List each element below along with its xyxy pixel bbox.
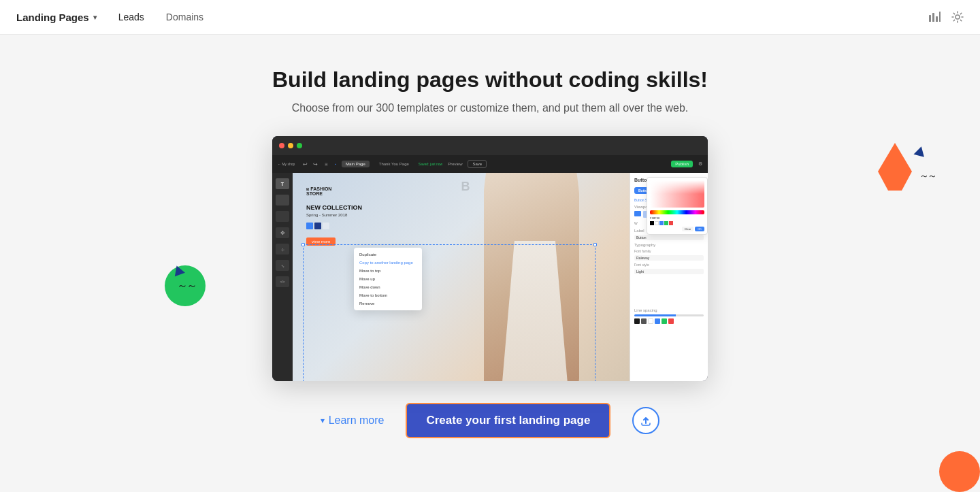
close-dot: [279, 143, 284, 148]
publish-button[interactable]: Publish: [671, 161, 693, 167]
right-panel: Button ✕ Button Settings Button Styles V…: [630, 173, 708, 381]
settings-icon-button[interactable]: [951, 11, 964, 23]
font-style-row: Font style: [634, 263, 704, 267]
learn-more-label: Learn more: [329, 414, 385, 427]
save-button[interactable]: Save: [468, 160, 487, 168]
decorative-squiggle-left: ～～: [177, 279, 196, 293]
watermark-b: B: [461, 180, 470, 194]
upload-icon-button[interactable]: [632, 407, 659, 434]
swatch-accent1: [659, 221, 664, 225]
editor-screenshot: ← My shop ↩ ↪ ▣ ▪ Main Page Thank You Pa…: [272, 136, 708, 381]
color-ok-button[interactable]: OK: [695, 227, 704, 231]
ls-swatch-white: [648, 318, 653, 324]
handle-tr: [593, 243, 597, 246]
nav-link-leads[interactable]: Leads: [118, 12, 144, 22]
swatch-accent3: [669, 221, 673, 225]
typography-section-title: Typography: [634, 243, 704, 247]
sidebar-tool-shape: [276, 211, 289, 222]
preview-label: Preview: [448, 162, 462, 166]
color-cancel-button[interactable]: Clear: [682, 227, 694, 231]
sidebar-tool-image: [276, 195, 289, 206]
new-collection-text: NEW COLLECTION: [306, 204, 362, 212]
topbar-tab-thankyou[interactable]: Thank You Page: [375, 161, 413, 167]
settings-small-icon: ⚙: [698, 161, 702, 167]
saved-status: Saved: just now: [419, 162, 442, 166]
swatch-light: [323, 223, 329, 229]
sidebar-tool-code: </>: [276, 276, 289, 287]
color-swatches: [306, 223, 362, 229]
view-more-button[interactable]: view more: [306, 237, 336, 246]
nav-link-domains[interactable]: Domains: [166, 12, 203, 22]
sidebar-tool-move: ⊹: [276, 244, 289, 255]
store-logo: B FASHIONSTORE: [306, 186, 362, 196]
device-mobile-icon: ▪: [335, 162, 336, 166]
ls-swatch-mid: [641, 318, 647, 324]
ls-swatch-dark: [634, 318, 640, 324]
color-hex-value[interactable]: F1BF98: [650, 216, 704, 220]
decorative-squiggle-right: ～～: [919, 170, 936, 182]
font-style-label: Font style: [634, 263, 655, 267]
minimize-dot: [288, 143, 293, 148]
svg-rect-1: [932, 13, 934, 22]
ls-swatch-blue: [655, 318, 660, 324]
ctx-duplicate[interactable]: Duplicate: [354, 250, 422, 259]
create-landing-page-button[interactable]: Create your first landing page: [406, 403, 610, 438]
maximize-dot: [297, 143, 302, 148]
color-picker: F1BF98 Clear OK: [647, 177, 708, 235]
color-action-buttons: Clear OK: [650, 227, 704, 231]
line-spacing-slider[interactable]: [634, 314, 704, 316]
analytics-icon-button[interactable]: [928, 11, 941, 23]
nav-brand[interactable]: Landing Pages ▾: [16, 12, 97, 23]
cta-row: ▾ Learn more Create your first landing p…: [321, 403, 660, 438]
color-black-white-swatches: [650, 221, 704, 225]
undo-icon: ↩: [303, 161, 308, 167]
font-family-row: Font family: [634, 249, 704, 253]
sidebar-tool-add: ✥: [276, 227, 289, 238]
swatch-white: [655, 221, 659, 225]
color-gradient[interactable]: [650, 180, 704, 208]
editor-topbar: ← My shop ↩ ↪ ▣ ▪ Main Page Thank You Pa…: [272, 155, 708, 173]
device-desktop-icon: ▣: [325, 162, 328, 166]
font-style-value[interactable]: Light: [634, 269, 704, 274]
nav-right: [928, 11, 964, 23]
viewport-desktop-icon[interactable]: [634, 211, 641, 216]
svg-point-4: [956, 15, 960, 19]
nav-left: Landing Pages ▾ Leads Domains: [16, 12, 203, 23]
analytics-icon: [928, 11, 941, 23]
font-family-value[interactable]: Raleway: [634, 255, 704, 261]
sidebar-tool-text: T: [276, 178, 289, 189]
spring-summer-text: Spring - Summer 2018: [306, 213, 362, 217]
editor-left-sidebar: T ✥ ⊹ ⤡ </>: [272, 173, 293, 381]
svg-rect-0: [929, 15, 931, 22]
topbar-tab-mainpage[interactable]: Main Page: [342, 161, 370, 167]
swatch-accent2: [664, 221, 668, 225]
ctx-move-down[interactable]: Move down: [354, 283, 422, 291]
ctx-remove[interactable]: Remove: [354, 299, 422, 308]
swatch-blue: [306, 223, 313, 229]
editor-canvas: B FASHIONSTORE NEW COLLECTION Spring - S…: [293, 173, 630, 381]
ctx-move-up[interactable]: Move up: [354, 275, 422, 283]
learn-more-link[interactable]: ▾ Learn more: [321, 414, 385, 427]
hero-subtitle: Choose from our 300 templates or customi…: [292, 102, 689, 114]
line-spacing-swatches: [634, 318, 704, 324]
ctx-move-top[interactable]: Move to top: [354, 267, 422, 275]
context-menu: Duplicate Copy to another landing page M…: [354, 248, 422, 310]
line-spacing-section: Line spacing: [634, 308, 704, 324]
main-content: Build landing pages without coding skill…: [0, 35, 980, 465]
gear-icon: [951, 11, 964, 23]
browser-chrome: [272, 136, 708, 155]
label-value[interactable]: Button: [634, 235, 704, 240]
ctx-move-bottom[interactable]: Move to bottom: [354, 291, 422, 299]
swatch-black: [650, 221, 654, 225]
color-spectrum[interactable]: [650, 210, 704, 214]
svg-rect-2: [936, 16, 938, 22]
decorative-orange-circle-bottom: [939, 451, 980, 492]
ctx-copy[interactable]: Copy to another landing page: [354, 259, 422, 267]
fashion-content: B FASHIONSTORE NEW COLLECTION Spring - S…: [306, 186, 362, 246]
handle-tl: [301, 243, 305, 246]
redo-icon: ↪: [313, 161, 318, 167]
back-arrow-icon: ← My shop: [278, 162, 295, 166]
svg-rect-3: [939, 12, 941, 22]
brand-label: Landing Pages: [16, 12, 89, 23]
ls-swatch-green: [662, 318, 667, 324]
